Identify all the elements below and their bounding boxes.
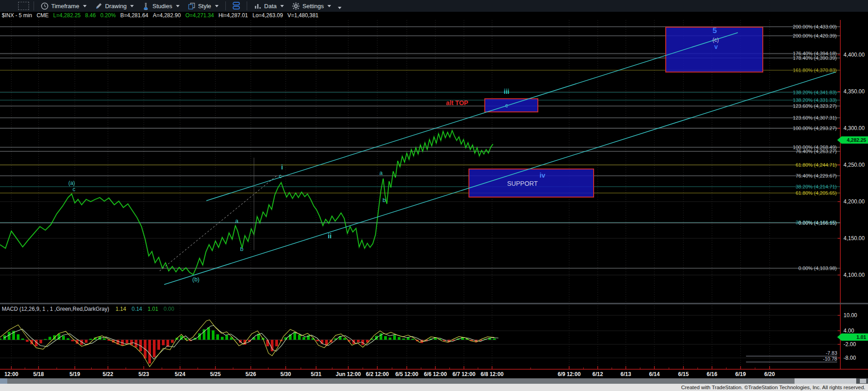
time-axis-label[interactable]: 6/20 xyxy=(764,371,775,377)
time-axis-label[interactable]: 5/30 xyxy=(280,371,291,377)
chevron-down-icon xyxy=(327,5,331,7)
symbol-field: O=4,271.34 xyxy=(185,12,214,19)
studies-label: Studies xyxy=(152,3,172,10)
scrollbar-end-button[interactable] xyxy=(860,379,866,383)
data-label: Data xyxy=(264,3,277,10)
horizontal-scrollbar[interactable] xyxy=(0,378,868,384)
time-axis-label[interactable]: 6/8 12:00 xyxy=(481,371,504,377)
symbol-field: 0.20% xyxy=(100,12,116,19)
time-axis-label[interactable]: 6/9 12:00 xyxy=(558,371,581,377)
status-bar: Created with TradeStation. ©TradeStation… xyxy=(0,384,868,391)
fib-level-label: 38.20% (4,214.71) xyxy=(795,184,837,189)
macd-values: 1.140.141.010.00 xyxy=(116,306,180,312)
time-axis-label[interactable]: 5/18 xyxy=(33,371,44,377)
elliott-wave-label: c xyxy=(279,173,282,179)
fib-level-label: 76.40% (4,229.67) xyxy=(795,173,837,179)
settings-label: Settings xyxy=(302,3,324,10)
scrollbar-home-button[interactable] xyxy=(0,378,7,384)
elliott-wave-label: ii xyxy=(328,232,332,240)
time-axis-label[interactable]: 6/6 12:00 xyxy=(424,371,447,377)
elliott-wave-label: b xyxy=(240,246,243,252)
macd-value: 1.01 xyxy=(147,306,158,312)
time-axis-label[interactable]: 5/31 xyxy=(311,371,321,377)
time-axis-label[interactable]: Jun 12:00 xyxy=(336,371,361,377)
macd-value: 0.00 xyxy=(164,306,174,312)
chevron-down-icon xyxy=(338,7,341,9)
price-axis-label: 4,350.00 xyxy=(844,88,865,95)
macd-axis-label: -8.00 xyxy=(844,355,856,361)
marquee-icon xyxy=(18,2,29,10)
macd-value: 0.14 xyxy=(132,306,142,312)
alt-top-annotation: alt TOP xyxy=(446,99,468,106)
settings-button[interactable]: Settings xyxy=(288,0,335,12)
toolbar: Timeframe Drawing Studies Style xyxy=(0,0,868,12)
elliott-wave-label: c xyxy=(73,186,75,193)
chevron-down-icon xyxy=(280,5,284,7)
time-axis-label[interactable]: 6/19 xyxy=(735,371,746,377)
layers-button[interactable] xyxy=(229,0,244,12)
elliott-wave-label: iii xyxy=(504,87,510,95)
macd-study-header[interactable]: MACD (12,26,9, 1 , 1 ,Green,Red,DarkGray… xyxy=(2,306,180,312)
chevron-down-icon xyxy=(83,5,87,7)
time-axis-label[interactable]: 6/2 12:00 xyxy=(366,371,389,377)
time-axis-label[interactable]: 6/15 xyxy=(678,371,688,377)
fib-level-label: 0.00% (4,103.98) xyxy=(799,265,837,271)
elliott-wave-label: (c) xyxy=(712,37,719,43)
style-button[interactable]: Style xyxy=(184,0,223,12)
macd-value: 1.14 xyxy=(116,306,126,312)
studies-button[interactable]: Studies xyxy=(138,0,183,12)
toolbar-separator xyxy=(247,1,247,10)
elliott-wave-label: c xyxy=(505,102,508,109)
chevron-down-icon xyxy=(215,5,219,7)
time-axis-label[interactable]: 6/12 xyxy=(592,371,603,377)
gear-icon xyxy=(292,2,300,10)
timeframe-label: Timeframe xyxy=(51,3,79,10)
timeframe-button[interactable]: Timeframe xyxy=(37,0,91,12)
elliott-wave-label: iv xyxy=(540,171,546,179)
copyright-text: Created with TradeStation. ©TradeStation… xyxy=(681,385,865,390)
price-axis-label: 4,400.00 xyxy=(844,52,865,58)
time-axis-label[interactable]: 6/16 xyxy=(707,371,717,377)
price-axis-label: 4,250.00 xyxy=(844,162,865,168)
time-axis-label[interactable]: 5/19 xyxy=(69,371,80,377)
time-axis-label[interactable]: 6/14 xyxy=(649,371,659,377)
time-axis-label[interactable]: 6/5 12:00 xyxy=(395,371,419,377)
symbol-field: Lo=4,263.09 xyxy=(253,12,283,19)
macd-axis-label: 10.00 xyxy=(844,312,857,319)
fib-level-label: 0.00% (4,166.15) xyxy=(799,220,837,226)
drawing-label: Drawing xyxy=(105,3,127,10)
fib-level-label: 61.80% (4,205.65) xyxy=(795,190,837,196)
time-axis-label[interactable]: 5/22 xyxy=(102,371,113,377)
fib-level-label: 138.20% (4,331.33) xyxy=(793,97,837,103)
elliott-wave-label: (b) xyxy=(192,276,200,283)
time-axis-label[interactable]: 12:00 xyxy=(5,371,19,377)
toolbar-overflow-button[interactable] xyxy=(335,0,343,12)
price-axis-label: 4,100.00 xyxy=(844,272,865,278)
time-axis-label[interactable]: 6/7 12:00 xyxy=(453,371,476,377)
toolbar-separator xyxy=(34,1,34,10)
macd-level-label: -10.78 xyxy=(823,356,837,362)
time-axis-label[interactable]: 5/25 xyxy=(210,371,220,377)
time-axis-label[interactable]: 5/23 xyxy=(138,371,149,377)
fib-level-label: 76.40% (4,263.27) xyxy=(795,149,837,154)
layers-icon xyxy=(231,1,241,10)
drawing-button[interactable]: Drawing xyxy=(91,0,138,12)
bar-chart-icon xyxy=(254,2,262,10)
data-button[interactable]: Data xyxy=(250,0,288,12)
chevron-down-icon xyxy=(130,5,134,7)
fib-level-label: 178.40% (4,390.39) xyxy=(793,55,837,61)
time-axis-label[interactable]: 5/24 xyxy=(175,371,185,377)
symbol-field: $INX - 5 min xyxy=(2,12,32,19)
alt-top-box[interactable] xyxy=(484,98,538,112)
time-axis-label[interactable]: 5/26 xyxy=(245,371,256,377)
fib-level-label: 200.00% (4,433.00) xyxy=(793,24,837,29)
scrollbar-thumb[interactable] xyxy=(795,378,856,384)
elliott-wave-label: a xyxy=(235,217,238,224)
symbol-field: L=4,282.25 xyxy=(53,12,80,19)
fib-level-label: 123.60% (4,323.27) xyxy=(793,103,837,109)
selection-marquee-button[interactable] xyxy=(16,0,31,12)
time-axis-label[interactable]: 6/13 xyxy=(620,371,631,377)
flask-icon xyxy=(142,2,150,10)
elliott-wave-label: a xyxy=(379,169,382,176)
macd-axis-label: 4.00 xyxy=(844,328,854,334)
